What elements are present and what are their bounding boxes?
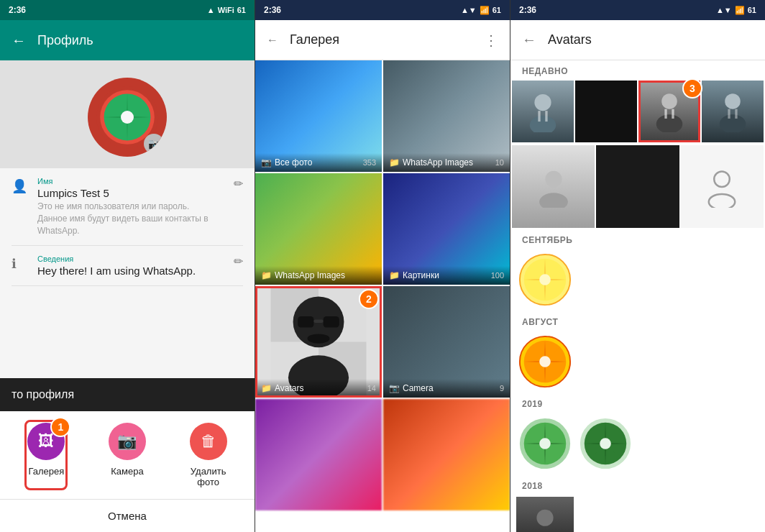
folder-info-av: 📁 Avatars 14 [255,379,382,398]
svg-rect-9 [324,316,339,328]
step-badge-1: 1 [50,417,70,437]
folder-info-wa2: 📁 WhatsApp Images [255,266,382,285]
time-3: 2:36 [519,5,536,15]
folder-icon-all: 📷 [261,157,272,168]
wifi-icon: WiFi [218,6,234,14]
avatar-lemon-orange[interactable] [516,333,574,390]
recent-grid-2 [510,144,765,229]
edit-info-icon[interactable]: ✏ [234,254,243,268]
edit-name-icon[interactable]: ✏ [234,177,243,191]
svg-point-31 [539,275,551,286]
gallery-label: Галерея [28,466,64,477]
svg-point-28 [709,194,735,208]
svg-point-21 [725,93,741,109]
menu-item-gallery[interactable]: 🖼 Галерея 1 [27,423,65,487]
avatar-lemon-yellow[interactable] [516,251,574,308]
recent-grid: 3 [510,79,765,144]
back-button-avatars[interactable]: ← [522,32,536,48]
section-2019-label: 2019 [510,393,765,412]
step-badge-3: 3 [682,78,702,98]
profile-title: Профиль [37,33,93,48]
panel-gallery: 2:36 ▲▼ 📶 61 ← Галерея ⋮ 📷 Все фото 353 … [255,0,510,532]
signal-3: ▲▼ [716,6,732,14]
cancel-button[interactable]: Отмена [0,499,255,532]
folder-count-kart: 100 [491,271,504,280]
menu-item-camera[interactable]: 📷 Камера [109,423,146,487]
folder-count-wa1: 10 [495,158,504,167]
svg-point-42 [600,439,611,450]
info-value: Hey there! I am using WhatsApp. [37,265,222,277]
info-row: ℹ Сведения Hey there! I am using WhatsAp… [12,246,243,286]
camera-label: Камера [111,466,143,477]
folder-camera[interactable]: 📷 Camera 9 [383,286,510,398]
svg-point-18 [656,114,682,132]
folder-whatsapp-1[interactable]: 📁 WhatsApp Images 10 [383,60,510,172]
folder-whatsapp-2[interactable]: 📁 WhatsApp Images [255,173,382,285]
avatar-lemon-green-2[interactable] [577,415,634,472]
svg-point-22 [720,114,746,132]
name-value: Lumpics Test 5 [37,187,222,199]
battery-3: 61 [748,6,756,14]
folder-icon-av: 📁 [261,383,272,393]
svg-point-14 [530,116,556,132]
avatar-dark-1[interactable] [575,81,637,142]
section-2019-items [510,412,765,475]
back-button-gallery[interactable]: ← [267,34,278,47]
folder-name-all: Все фото [275,157,312,168]
signal-2: ▲▼ [461,6,477,14]
svg-point-11 [308,334,330,343]
avatars-body: НЕДАВНО [510,60,765,532]
svg-point-43 [536,510,553,526]
folder-name-cam: Camera [403,383,434,393]
profile-info: 👤 Имя Lumpics Test 5 Это не имя пользова… [0,168,255,286]
folder-kartinki[interactable]: 📁 Картинки 100 [383,173,510,285]
menu-item-delete[interactable]: 🗑 Удалитьфото [190,423,227,487]
avatar-dark-2[interactable] [596,145,679,228]
folder-count-av: 14 [367,384,376,393]
svg-point-17 [661,93,677,109]
section-recent-label: НЕДАВНО [510,60,765,79]
name-sub: Это не имя пользователя или пароль.Данно… [37,201,222,237]
avatar-suit-highlighted[interactable]: 3 [638,81,700,142]
folder-blur1[interactable] [255,399,382,510]
info-label: Сведения [37,254,222,263]
avatar-person-light[interactable] [512,145,595,228]
name-label: Имя [37,177,222,185]
folder-info-kart: 📁 Картинки 100 [383,266,510,285]
camera-badge[interactable]: 📷 [144,134,164,154]
folder-icon-wa1: 📁 [389,157,400,168]
svg-point-39 [539,439,551,450]
folder-blur2[interactable] [383,399,510,510]
bottom-menu-title: то профиля [0,378,255,411]
svg-rect-15 [538,111,540,121]
avatar-person-outline[interactable] [681,145,764,228]
info-content: Сведения Hey there! I am using WhatsApp. [37,254,222,277]
bottom-menu-items: 🖼 Галерея 1 📷 Камера 🗑 Удалитьфото [0,411,255,499]
delete-icon-circle: 🗑 [190,423,227,460]
svg-rect-20 [672,109,674,119]
more-options-icon[interactable]: ⋮ [484,32,498,49]
avatar-lemon-green-1[interactable] [516,415,574,472]
folder-all-photos[interactable]: 📷 Все фото 353 [255,60,382,172]
battery-icon: 61 [237,6,246,14]
folder-count-cam: 9 [500,384,504,393]
back-button-profile[interactable]: ← [12,32,26,49]
folder-info-cam: 📷 Camera 9 [383,379,510,398]
folder-name-av: Avatars [275,383,303,393]
battery-2: 61 [493,6,501,14]
name-row: 👤 Имя Lumpics Test 5 Это не имя пользова… [12,168,243,246]
avatar-section: 📷 [0,60,255,168]
avatar[interactable]: 📷 [88,78,167,157]
avatar-dark-person-2018[interactable] [516,497,574,532]
folder-count-all: 353 [363,158,376,167]
svg-point-13 [534,94,551,111]
svg-rect-8 [298,316,313,328]
gallery-grid: 📷 Все фото 353 📁 WhatsApp Images 10 📁 Wh… [255,60,510,532]
avatar-suit-right[interactable] [702,81,764,142]
folder-avatars[interactable]: 📁 Avatars 14 2 [255,286,382,398]
folder-icon-kart: 📁 [389,270,400,280]
avatar-suit-1[interactable] [512,81,574,142]
profile-header: ← Профиль [0,20,255,60]
svg-rect-23 [728,109,730,119]
gallery-title: Галерея [290,32,472,47]
